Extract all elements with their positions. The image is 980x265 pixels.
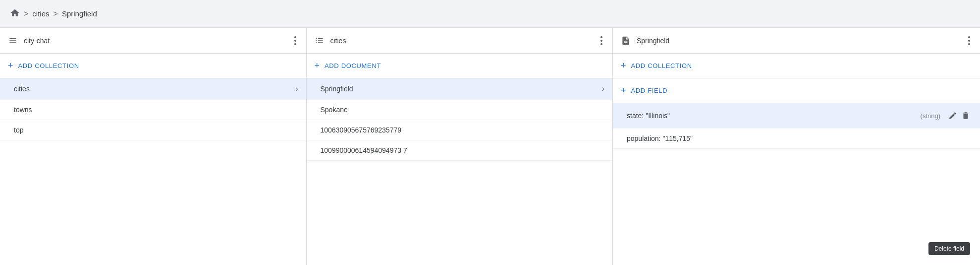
col1-title: city-chat (24, 37, 292, 45)
plus-icon-3: + (621, 61, 626, 71)
field-population-value: "115,715" (663, 134, 972, 142)
chevron-right-icon-1: › (295, 84, 298, 93)
breadcrumb-cities[interactable]: cities (32, 9, 49, 18)
breadcrumb-separator-1: > (24, 9, 28, 18)
list-item-springfield[interactable]: Springfield › (307, 78, 613, 100)
column-city-chat: city-chat + ADD COLLECTION cities › town… (0, 28, 307, 265)
field-state-value: "Illinois" (646, 112, 920, 120)
field-state-key: state: (627, 112, 644, 120)
column-springfield-doc: Springfield + ADD COLLECTION + ADD FIELD… (613, 28, 980, 265)
add-field-button[interactable]: + ADD FIELD (613, 78, 980, 103)
col3-header: Springfield (613, 28, 980, 54)
database-icon (8, 36, 18, 46)
main-columns: city-chat + ADD COLLECTION cities › town… (0, 28, 980, 265)
breadcrumb-springfield[interactable]: Springfield (62, 9, 97, 18)
add-collection-button-1[interactable]: + ADD COLLECTION (0, 54, 306, 78)
breadcrumb: > cities > Springfield (0, 0, 980, 28)
list-item-id1-text: 100630905675769235779 (321, 126, 605, 134)
list-item-spokane[interactable]: Spokane (307, 100, 613, 120)
col2-menu-button[interactable] (599, 34, 604, 47)
field-state-type: (string) (921, 112, 940, 120)
col2-title: cities (330, 37, 599, 45)
list-item-springfield-text: Springfield (321, 85, 602, 93)
field-row-state: state: "Illinois" (string) (613, 103, 980, 129)
column-cities: cities + ADD DOCUMENT Springfield › Spok… (307, 28, 613, 265)
list-item-cities[interactable]: cities › (0, 78, 306, 100)
list-item-id2[interactable]: 100990000614594094973 7 (307, 140, 613, 161)
col1-header: city-chat (0, 28, 306, 54)
chevron-right-icon-2: › (602, 84, 604, 93)
list-item-id2-text: 100990000614594094973 7 (321, 146, 605, 154)
delete-field-tooltip: Delete field (928, 242, 970, 255)
col1-menu-button[interactable] (292, 34, 298, 47)
document-icon (621, 36, 631, 46)
collection-icon (315, 36, 325, 46)
field-population-key: population: (627, 134, 661, 142)
list-item-towns-text: towns (14, 106, 298, 114)
col3-title: Springfield (637, 37, 966, 45)
home-icon[interactable] (10, 8, 20, 19)
add-collection-label-1: ADD COLLECTION (18, 62, 79, 69)
add-collection-button-2[interactable]: + ADD COLLECTION (613, 54, 980, 78)
add-document-button[interactable]: + ADD DOCUMENT (307, 54, 613, 78)
plus-icon-2: + (315, 61, 320, 71)
list-item-cities-text: cities (14, 85, 295, 93)
list-item-top-text: top (14, 126, 298, 134)
list-item-towns[interactable]: towns (0, 100, 306, 120)
field-row-population: population: "115,715" (613, 129, 980, 149)
list-item-spokane-text: Spokane (321, 106, 605, 114)
list-item-id1[interactable]: 100630905675769235779 (307, 120, 613, 140)
breadcrumb-separator-2: > (54, 9, 58, 18)
add-document-label: ADD DOCUMENT (325, 62, 381, 69)
add-collection-label-2: ADD COLLECTION (631, 62, 692, 69)
list-item-top[interactable]: top (0, 120, 306, 140)
col3-menu-button[interactable] (966, 34, 972, 47)
plus-icon-4: + (621, 85, 626, 96)
col2-header: cities (307, 28, 613, 54)
plus-icon-1: + (8, 61, 13, 71)
add-field-label: ADD FIELD (631, 87, 668, 94)
edit-field-state-button[interactable] (946, 109, 959, 122)
delete-field-state-button[interactable] (959, 109, 972, 122)
